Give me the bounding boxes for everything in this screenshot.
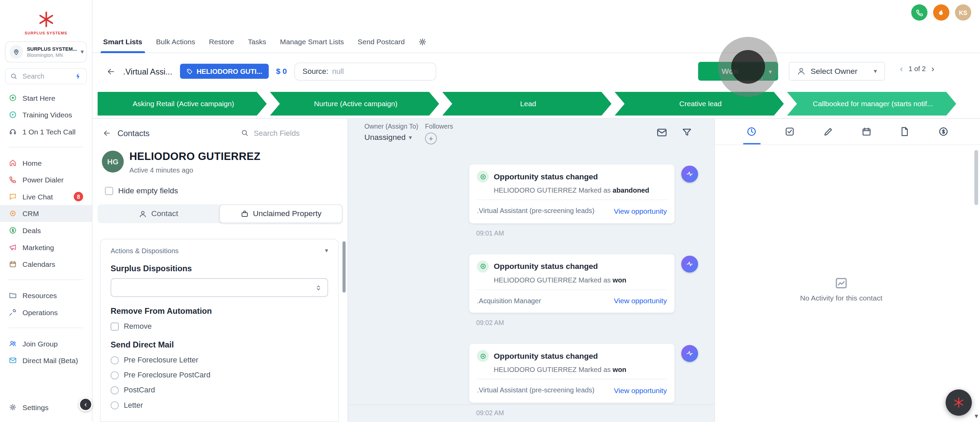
filter-funnel-icon[interactable] [681,127,692,138]
smart-list-title: .Virtual Assi... [123,67,172,76]
tab-notes[interactable] [809,119,848,144]
empty-state-text: No Activity for this contact [715,295,967,302]
source-value: null [332,67,344,76]
add-follower-button[interactable]: + [425,132,437,144]
sidebar-item-power-dialer[interactable]: Power Dialer [0,171,92,188]
smart-lists-settings-icon[interactable] [412,37,433,46]
app-window: SURPLUS SYSTEMS SURPLUS SYSTEM... Bloomi… [0,0,980,422]
sidebar-item-settings[interactable]: Settings [0,399,92,416]
view-opportunity-link[interactable]: View opportunity [614,207,667,215]
remove-automation-option[interactable]: Remove [111,322,328,331]
won-dropdown-chevron-icon[interactable]: ▾ [762,62,778,81]
search-fields[interactable] [239,125,337,141]
tab-activity-clock[interactable] [733,119,771,144]
surplus-dispositions-select[interactable] [111,278,328,297]
next-record-chevron[interactable]: › [931,64,934,73]
collapse-section-chevron-icon[interactable]: ▾ [325,247,328,253]
radio-button[interactable] [111,401,119,409]
prev-record-chevron[interactable]: ‹ [900,64,903,73]
contact-toolbar: .Virtual Assi... HELIODORO GUTI... $ 0 S… [92,53,980,89]
mail-option-pre-foreclosure-letter[interactable]: Pre Foreclosure Letter [111,356,328,365]
radio-button[interactable] [111,386,119,394]
source-field[interactable]: Source: null [294,62,436,80]
chevron-down-icon: ▾ [409,134,412,140]
quick-actions-bolt-icon[interactable] [75,72,82,80]
followers-label: Followers [425,123,453,130]
pipeline-stage-lead[interactable]: Lead [442,92,611,116]
tab-contact[interactable]: Contact [98,205,220,223]
tag-icon [186,68,192,75]
radio-button[interactable] [111,356,119,364]
remove-checkbox[interactable] [111,322,119,330]
pipeline-stage-callbooked[interactable]: Callbooked for manager (starts notif... [787,92,956,116]
chat-widget-launcher[interactable] [946,389,972,416]
user-avatar[interactable]: KS [955,5,971,21]
view-opportunity-link[interactable]: View opportunity [614,297,667,304]
dollar-circle-icon [938,126,949,137]
sidebar-item-training-videos[interactable]: Training Videos [0,106,92,123]
email-icon[interactable] [656,127,668,138]
tab-tasks[interactable]: Tasks [241,31,273,53]
search-fields-input[interactable] [239,125,337,141]
owner-dropdown[interactable]: Unassigned ▾ [364,133,418,142]
chevron-down-icon: ▾ [874,68,877,74]
smart-lists-nav: Smart Lists Bulk Actions Restore Tasks M… [96,31,433,53]
tab-smart-lists[interactable]: Smart Lists [96,31,149,53]
account-switcher[interactable]: SURPLUS SYSTEM... Bloomington, MN ▾ [5,41,87,62]
hide-empty-fields-toggle[interactable]: Hide empty fields [105,186,348,195]
tab-unclaimed-property[interactable]: Unclaimed Property [220,205,343,223]
notifications-flame-button[interactable] [933,5,950,21]
tab-documents[interactable] [886,119,924,144]
mail-option-postcard[interactable]: PostCard [111,385,328,395]
tab-bulk-actions[interactable]: Bulk Actions [149,31,202,53]
pipeline-stage-creative-lead[interactable]: Creative lead [614,92,784,116]
sidebar-item-start-here[interactable]: Start Here [0,89,92,107]
sidebar-collapse-button[interactable]: ‹ [79,398,92,411]
surplus-logo-icon [37,10,55,29]
sidebar-search[interactable] [5,68,87,84]
tab-appointments[interactable] [848,119,886,144]
back-arrow-icon[interactable] [106,67,116,76]
radio-button[interactable] [111,371,119,379]
contacts-back-arrow-icon[interactable] [102,129,111,137]
hide-empty-checkbox[interactable] [105,186,113,195]
sidebar-item-resources[interactable]: Resources [0,287,92,304]
sidebar-item-marketing[interactable]: Marketing [0,239,92,256]
sidebar-item-home[interactable]: Home [0,154,92,172]
sidebar-item-deals[interactable]: Deals [0,222,92,239]
contact-tag-chip[interactable]: HELIODORO GUTI... [180,64,269,79]
won-status-button[interactable]: Won ▾ [698,62,778,81]
section-header[interactable]: Actions & Dispositions ▾ [111,247,328,254]
activity-side-panel: No Activity for this contact ▾ [714,119,980,422]
headset-icon [9,127,17,136]
person-icon [139,210,147,218]
tab-send-postcard[interactable]: Send Postcard [351,31,412,53]
mail-option-pre-foreclosure-postcard[interactable]: Pre Foreclosure PostCard [111,371,328,379]
tab-tasks[interactable] [771,119,809,144]
sidebar-item-operations[interactable]: Operations [0,304,92,321]
tab-manage-smart-lists[interactable]: Manage Smart Lists [273,31,351,53]
event-timestamp: 09:02 AM [476,319,675,326]
scroll-down-chevron-icon[interactable]: ▾ [975,412,978,420]
sidebar-item-live-chat[interactable]: Live Chat8 [0,188,92,205]
sidebar-search-input[interactable] [21,72,70,81]
sidebar-item-tech-call[interactable]: 1 On 1 Tech Call [0,123,92,140]
gear-icon [9,403,17,411]
tab-restore[interactable]: Restore [202,31,241,53]
activity-events: Opportunity status changed HELIODORO GUT… [469,164,675,422]
sidebar-item-direct-mail[interactable]: Direct Mail (Beta) [0,352,92,369]
activity-scrollbar-thumb[interactable] [974,150,978,205]
sidebar-item-join-group[interactable]: Join Group [0,335,92,352]
contacts-scrollbar-thumb[interactable] [343,241,346,293]
pipeline-stage-nurture[interactable]: Nurture (Active campaign) [270,92,439,116]
owner-select[interactable]: Select Owner ▾ [789,62,885,81]
calendar-icon [861,126,872,137]
pipeline-stage-asking-retail[interactable]: Asking Retail (Active campaign) [98,92,267,116]
mail-option-letter[interactable]: Letter [111,401,328,409]
view-opportunity-link[interactable]: View opportunity [614,387,667,395]
tab-payments[interactable] [924,119,963,144]
wrench-icon [9,308,17,316]
sidebar-item-calendars[interactable]: Calendars [0,256,92,272]
sidebar-item-crm[interactable]: CRM [0,205,92,222]
dialer-phone-button[interactable] [911,5,928,21]
